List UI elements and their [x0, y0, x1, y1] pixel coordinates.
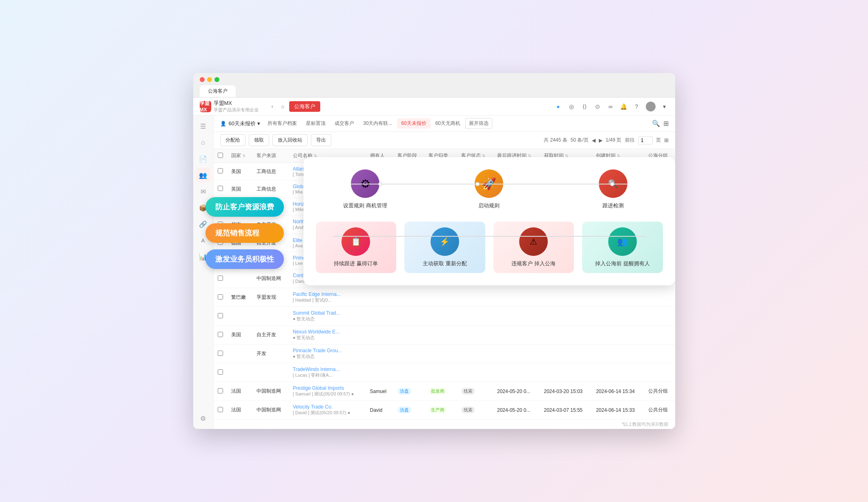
prev-page-btn[interactable]: ◀: [592, 138, 596, 143]
cell-category: [424, 288, 457, 307]
time-filter-dropdown[interactable]: 60天未报价 ▾: [229, 120, 260, 127]
cell-status: [457, 215, 493, 234]
status-sort[interactable]: 客户状态 ⇅: [461, 152, 485, 159]
row-checkbox[interactable]: [218, 294, 223, 300]
expand-filter-btn[interactable]: 展开筛选: [465, 118, 492, 129]
row-checkbox[interactable]: [218, 388, 223, 393]
company-sort[interactable]: 公司名称 ⇅: [293, 152, 317, 159]
cell-stage: [393, 198, 424, 215]
country-sort[interactable]: 国家 ⇅: [231, 152, 245, 159]
cell-owner: [366, 180, 394, 198]
next-page-btn[interactable]: ▶: [599, 138, 602, 143]
tab-30days[interactable]: 30天内有联...: [359, 118, 396, 129]
assign-btn[interactable]: 分配给: [220, 134, 245, 146]
bell-icon[interactable]: 🔔: [620, 102, 628, 111]
company-sub-info: [ Haddad ] 暂试(0...: [293, 297, 362, 303]
company-link[interactable]: Global Market Expo...: [293, 184, 362, 189]
follow-sort[interactable]: 最后跟进时间 ⇅: [497, 152, 531, 159]
back-btn[interactable]: ‹: [268, 102, 277, 111]
row-checkbox[interactable]: [218, 351, 223, 356]
status-badge: 线索: [461, 406, 475, 413]
sidebar: ☰ ⌂ 📄 👥 ✉ 📦 🔗 A 📊 ⚙: [193, 116, 214, 429]
cell-group: [644, 326, 675, 344]
sidebar-item-docs[interactable]: 📄: [196, 151, 210, 166]
close-dot[interactable]: [200, 77, 205, 82]
recycle-btn[interactable]: 放入回收站: [272, 134, 308, 146]
company-link[interactable]: Pinnacle Trade Grou...: [293, 348, 362, 353]
row-checkbox[interactable]: [218, 407, 223, 412]
company-link[interactable]: NorthStar Trading C...: [293, 219, 362, 224]
row-checkbox[interactable]: [218, 313, 223, 318]
row-checkbox[interactable]: [218, 369, 223, 375]
cell-acquire: [540, 234, 592, 252]
maximize-dot[interactable]: [214, 77, 219, 82]
cell-status: 线索: [457, 401, 493, 420]
company-link[interactable]: Horizon Internati...: [293, 201, 362, 207]
home-btn[interactable]: ⌂: [278, 102, 288, 111]
infinity-icon[interactable]: ∞: [607, 102, 615, 111]
company-link[interactable]: PrimeSource Expor...: [293, 255, 362, 261]
company-link[interactable]: Prestige Global Imports: [293, 385, 362, 391]
code-icon[interactable]: ⟨⟩: [580, 102, 589, 111]
company-link[interactable]: TradeWinds Interna...: [293, 367, 362, 372]
row-checkbox[interactable]: [218, 168, 223, 173]
content-area: ☰ ⌂ 📄 👥 ✉ 📦 🔗 A 📊 ⚙ 👤 60天未报价 ▾: [193, 116, 675, 429]
company-link[interactable]: Elite Global Imports...: [293, 238, 362, 243]
company-link[interactable]: Summit Global Trad...: [293, 310, 362, 316]
refresh-icon[interactable]: ●: [554, 102, 562, 111]
cell-status: [457, 307, 493, 326]
tab-all[interactable]: 所有客户档案: [263, 118, 301, 129]
row-checkbox[interactable]: [218, 332, 223, 337]
page-input[interactable]: [638, 136, 653, 144]
cell-group: 公共分组: [644, 382, 675, 401]
create-sort[interactable]: 创建时间 ⇅: [596, 152, 620, 159]
cell-country: [227, 307, 252, 326]
filter-icon[interactable]: ⊞: [663, 120, 669, 127]
cell-owner: [366, 363, 394, 382]
headset-icon[interactable]: ◎: [567, 102, 576, 111]
company-link[interactable]: Velocity Trade Co.: [293, 404, 362, 410]
sidebar-item-home[interactable]: ⌂: [196, 135, 210, 150]
sort-arrows-icon: ⇅: [242, 153, 245, 158]
sidebar-item-customers[interactable]: 👥: [196, 168, 210, 182]
filter-tabs: 所有客户档案 星标置顶 成交客户 30天内有联... 60天未报价 60天无商机…: [263, 118, 649, 129]
tab-60days-noquote[interactable]: 60天未报价: [397, 118, 430, 129]
select-all-checkbox[interactable]: [218, 153, 223, 158]
second-nav: 👤 60天未报价 ▾ 所有客户档案 星标置顶 成交客户 30天内有联... 60…: [214, 116, 675, 132]
row-checkbox-cell: [214, 382, 227, 401]
acquire-sort[interactable]: 获取时间 ⇅: [544, 152, 568, 159]
cell-company: Nexus Worldwide E... ● 暂无动态: [289, 326, 366, 344]
sidebar-item-settings[interactable]: ⚙: [196, 411, 210, 426]
company-sub-info: [ Tom ] 123(03/17 23:21) ●: [293, 172, 362, 177]
cell-company: NorthStar Trading C... [ Andy ] 关于What..…: [289, 215, 366, 234]
clock-icon[interactable]: ⊙: [594, 102, 602, 111]
cell-category: [424, 198, 457, 215]
promo-badge-motivate: 激发业务员积极性: [205, 249, 284, 269]
cell-country: [227, 363, 252, 382]
company-link[interactable]: Pacific Edge Interna...: [293, 291, 362, 297]
avatar[interactable]: [646, 102, 656, 111]
row-checkbox[interactable]: [218, 275, 223, 281]
company-link[interactable]: Nexus Worldwide E...: [293, 329, 362, 335]
claim-btn[interactable]: 领取: [249, 134, 269, 146]
tab-closed[interactable]: 成交客户: [330, 118, 358, 129]
total-count: 共 2445 条: [544, 137, 567, 144]
minimize-dot[interactable]: [207, 77, 212, 82]
row-checkbox[interactable]: [218, 186, 223, 191]
search-icon[interactable]: 🔍: [652, 120, 660, 127]
cell-source: 工商信息: [252, 163, 289, 180]
sidebar-item-menu[interactable]: ☰: [196, 119, 210, 133]
tab-starred[interactable]: 星标置顶: [302, 118, 330, 129]
chevron-down-icon[interactable]: ▾: [660, 102, 669, 111]
export-btn[interactable]: 导出: [311, 134, 331, 146]
company-link[interactable]: Continental Trading...: [293, 273, 362, 278]
table-settings-btn[interactable]: ⊞: [664, 137, 669, 143]
table-row: 法国 中国制造网 Velocity Trade Co. [ David ] 测试…: [214, 401, 675, 420]
sidebar-item-email[interactable]: ✉: [196, 184, 210, 199]
cell-company: TradeWinds Interna... [ Lucas ] 零样/满A...: [289, 363, 366, 382]
company-link[interactable]: Atlantic Trade Solutions: [293, 166, 362, 172]
help-icon[interactable]: ?: [633, 102, 641, 111]
cell-source: 开发: [252, 344, 289, 363]
tab-60days-noopp[interactable]: 60天无商机: [431, 118, 464, 129]
main-content: 👤 60天未报价 ▾ 所有客户档案 星标置顶 成交客户 30天内有联... 60…: [214, 116, 675, 429]
